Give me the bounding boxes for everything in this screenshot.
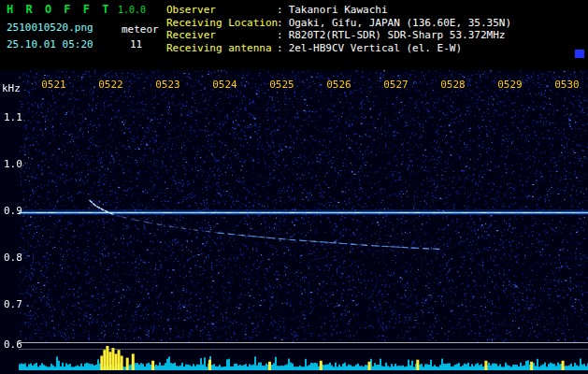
info-label-antenna: Receiving antenna	[166, 42, 277, 55]
info-label-observer: Observer	[166, 4, 277, 17]
app-title: H R O F F T	[7, 3, 111, 16]
info-row-location: Receiving Location:Ogaki, Gifu, JAPAN (1…	[166, 17, 511, 30]
hrofft-window: H R O F F T 1.0.0 2510010520.png meteor …	[0, 0, 588, 374]
info-value-antenna: 2el-HB9CV Vertical (el. E-W)	[289, 42, 462, 54]
output-filename: 2510010520.png	[7, 22, 93, 34]
spectrogram-canvas	[0, 70, 588, 374]
info-row-observer: Observer:Takanori Kawachi	[166, 4, 511, 17]
colon-separator: :	[277, 17, 283, 29]
info-row-antenna: Receiving antenna:2el-HB9CV Vertical (el…	[166, 42, 511, 55]
info-value-receiver: R820T2(RTL-SDR) SDR-Sharp 53.372MHz	[289, 29, 506, 41]
frequency-unit-label: kHz	[2, 82, 21, 94]
observation-datetime: 25.10.01 05:20	[7, 38, 93, 50]
colon-separator: :	[277, 4, 283, 16]
info-row-receiver: Receiver:R820T2(RTL-SDR) SDR-Sharp 53.37…	[166, 29, 511, 42]
echo-count: 11	[130, 38, 142, 50]
observation-mode-label: meteor	[122, 23, 159, 36]
info-label-location: Receiving Location	[166, 17, 277, 30]
colon-separator: :	[277, 29, 283, 41]
blue-status-indicator	[575, 50, 584, 58]
info-label-receiver: Receiver	[166, 29, 277, 42]
colon-separator: :	[277, 42, 283, 54]
info-value-location: Ogaki, Gifu, JAPAN (136.60E, 35.35N)	[289, 17, 511, 29]
app-version: 1.0.0	[118, 5, 146, 15]
info-value-observer: Takanori Kawachi	[289, 4, 388, 16]
observation-info: Observer:Takanori Kawachi Receiving Loca…	[166, 4, 511, 54]
